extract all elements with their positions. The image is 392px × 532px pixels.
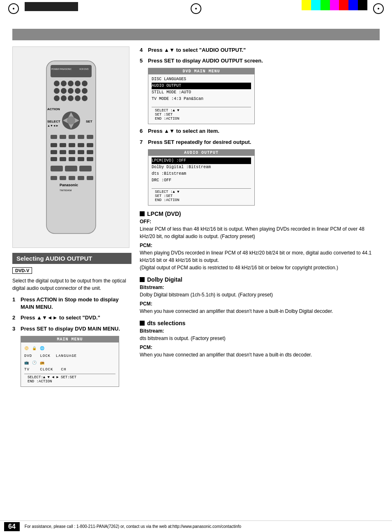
dts-heading: dts selections xyxy=(140,320,380,326)
svg-rect-43 xyxy=(87,150,93,154)
two-column-layout: POWER PANASONIC VCR DVD xyxy=(12,46,380,390)
svg-point-8 xyxy=(82,81,88,86)
svg-rect-34 xyxy=(51,143,57,147)
svg-point-17 xyxy=(75,95,81,101)
svg-rect-50 xyxy=(65,166,77,171)
audio-output-body: LPCM(DVD) :OFF Dolby Digital :Bitstream … xyxy=(148,156,254,205)
svg-point-15 xyxy=(61,95,67,101)
svg-rect-42 xyxy=(78,150,84,154)
step-3-text: Press SET to display DVD MAIN MENU. xyxy=(21,325,120,333)
svg-text:Panasonic: Panasonic xyxy=(60,183,78,187)
step-2: 2 Press ▲▼◄► to select "DVD." xyxy=(12,314,131,322)
color-bar-yellow xyxy=(302,0,311,10)
dvd-main-menu-title: DVD MAIN MENU xyxy=(148,68,254,74)
step-6-num: 6 xyxy=(140,127,145,135)
svg-point-25 xyxy=(67,116,75,125)
dvd-footer-3: END :ACTION xyxy=(155,117,248,121)
svg-rect-29 xyxy=(51,135,57,139)
main-menu-box: MAIN MENU 📀 🔒 🌐 DVD LOCK LANGUAGE 📺 🕐 📻 xyxy=(21,336,119,387)
svg-point-12 xyxy=(75,88,81,94)
audio-footer-1: SELECT :▲ ▼ xyxy=(155,190,248,194)
svg-text:ACTION: ACTION xyxy=(47,107,60,111)
svg-rect-49 xyxy=(51,166,63,171)
dolby-bitstream-text: Dolby Digital bitstream (1ch-5.1ch) is o… xyxy=(140,291,380,298)
intro-text: Select the digital output to be output f… xyxy=(12,277,131,292)
lock-icon: 🔒 xyxy=(32,346,37,352)
svg-rect-44 xyxy=(51,157,57,161)
dts-bitstream-heading: Bitstream: xyxy=(140,328,380,334)
remote-image: POWER PANASONIC VCR DVD xyxy=(12,46,129,248)
svg-rect-37 xyxy=(78,143,84,147)
svg-rect-52 xyxy=(51,176,57,180)
main-menu-row-2: TV CLOCK CH xyxy=(24,367,115,372)
main-menu-footer-1: SELECT:▲ ▼ ◄ ► SET:SET xyxy=(28,375,112,379)
svg-rect-31 xyxy=(69,135,75,139)
lpcm-off-text: Linear PCM of less than 48 kHz/16 bit is… xyxy=(140,225,380,240)
dvd-menu-row-1: DISC LANGUAGES xyxy=(152,76,251,83)
lpcm-pcm-heading: PCM: xyxy=(140,243,380,248)
color-bar-black xyxy=(358,0,367,10)
dvd-footer-2: SET :SET xyxy=(155,113,248,117)
dolby-heading: Dolby Digital xyxy=(140,276,380,283)
reg-mark-center xyxy=(191,3,201,14)
svg-rect-46 xyxy=(69,157,75,161)
main-menu-footer: SELECT:▲ ▼ ◄ ► SET:SET END :ACTION xyxy=(24,374,115,385)
step-1-text: Press ACTION in Stop mode to display MAI… xyxy=(21,296,131,311)
svg-rect-36 xyxy=(69,143,75,147)
dts-heading-text: dts selections xyxy=(147,320,185,326)
step-2-num: 2 xyxy=(12,314,18,322)
audio-row-3: dts :Bitstream xyxy=(152,171,251,177)
audio-row-4: DRC :OFF xyxy=(152,177,251,184)
svg-rect-38 xyxy=(87,143,93,147)
footer-bar: 64 For assistance, please call : 1-800-2… xyxy=(0,520,392,532)
dvd-menu-row-4: TV MODE :4:3 Pan&Scan xyxy=(152,96,251,102)
main-menu-body: 📀 🔒 🌐 DVD LOCK LANGUAGE 📺 🕐 📻 TV CLOCK C… xyxy=(21,342,119,387)
dvd-main-menu-box: DVD MAIN MENU DISC LANGUAGES AUDIO OUTPU… xyxy=(148,68,255,124)
svg-rect-55 xyxy=(78,176,84,180)
dolby-pcm-heading: PCM: xyxy=(140,301,380,307)
svg-text:SET: SET xyxy=(86,120,92,123)
svg-rect-54 xyxy=(69,176,75,180)
footer-text: For assistance, please call : 1-800-211-… xyxy=(25,524,241,529)
left-column: POWER PANASONIC VCR DVD xyxy=(12,46,131,390)
step-1: 1 Press ACTION in Stop mode to display M… xyxy=(12,296,131,311)
lpcm-pcm-text: When playing DVDs recorded in linear PCM… xyxy=(140,249,380,271)
svg-rect-51 xyxy=(79,166,92,171)
svg-rect-32 xyxy=(78,135,84,139)
svg-rect-56 xyxy=(87,176,93,180)
language-icon: 🌐 xyxy=(40,346,44,352)
step-6: 6 Press ▲▼ to select an item. xyxy=(140,127,380,135)
color-bar-red xyxy=(339,0,348,10)
dvd-badge: DVD-V xyxy=(12,267,32,274)
page-number: 64 xyxy=(4,522,20,531)
step-4-text: Press ▲▼ to select "AUDIO OUTPUT." xyxy=(148,46,246,54)
svg-point-16 xyxy=(68,95,74,101)
step-5-num: 5 xyxy=(140,57,145,65)
svg-point-5 xyxy=(61,81,67,86)
svg-rect-41 xyxy=(69,150,75,154)
main-menu-row-icons2: 📺 🕐 📻 xyxy=(24,359,115,367)
lpcm-heading-text: LPCM (DVD) xyxy=(147,210,181,217)
main-menu-footer-2: END :ACTION xyxy=(28,379,112,384)
dolby-heading-text: Dolby Digital xyxy=(147,276,182,283)
lpcm-heading: LPCM (DVD) xyxy=(140,210,380,217)
svg-text:TM700/KM: TM700/KM xyxy=(60,189,71,192)
svg-text:▲▼◄►: ▲▼◄► xyxy=(47,124,59,127)
dvd-menu-row-3: STILL MODE :AUTO xyxy=(152,89,251,96)
dolby-pcm-text: When you have connected an amplifier tha… xyxy=(140,308,380,315)
dvd-icon: 📀 xyxy=(24,346,29,352)
step-3: 3 Press SET to display DVD MAIN MENU. xyxy=(12,325,131,333)
reg-mark-left xyxy=(8,3,19,14)
svg-text:POWER PANASONIC: POWER PANASONIC xyxy=(51,68,72,70)
svg-point-10 xyxy=(61,88,67,94)
remote-svg: POWER PANASONIC VCR DVD xyxy=(38,59,104,236)
audio-row-1: LPCM(DVD) :OFF xyxy=(152,157,251,164)
step-7-num: 7 xyxy=(140,139,145,146)
ch-icon: 📻 xyxy=(40,360,44,366)
step-4: 4 Press ▲▼ to select "AUDIO OUTPUT." xyxy=(140,46,380,54)
step-3-num: 3 xyxy=(12,325,18,333)
audio-output-box: AUDIO OUTPUT LPCM(DVD) :OFF Dolby Digita… xyxy=(148,149,255,206)
audio-row-2: Dolby Digital :Bitstream xyxy=(152,164,251,171)
svg-rect-53 xyxy=(60,176,66,180)
audio-output-title: AUDIO OUTPUT xyxy=(148,150,254,156)
